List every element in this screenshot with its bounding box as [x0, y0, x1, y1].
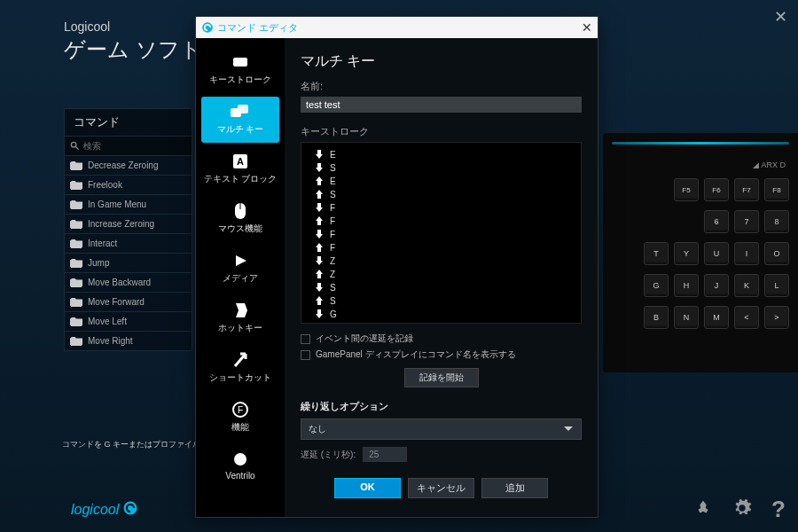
category-keystroke[interactable]: キーストローク	[196, 47, 285, 93]
command-item[interactable]: Move Right	[64, 332, 192, 351]
keystroke-event[interactable]: S	[316, 188, 567, 201]
command-item[interactable]: Freelook	[64, 176, 192, 195]
keyboard-key: <	[734, 306, 759, 329]
keystroke-icon	[231, 54, 249, 70]
folder-icon	[70, 216, 82, 232]
panel-heading: マルチ キー	[301, 52, 582, 71]
folder-icon	[70, 255, 82, 271]
dialog-titlebar[interactable]: コマンド エディタ ✕	[196, 17, 598, 38]
record-delays-checkbox[interactable]: イベント間の遅延を記録	[301, 332, 582, 345]
keyboard-key: K	[734, 274, 759, 297]
delay-input[interactable]	[363, 447, 407, 462]
name-label: 名前:	[301, 80, 582, 93]
keystroke-event[interactable]: G	[316, 308, 567, 321]
keyboard-key: L	[764, 274, 789, 297]
folder-icon	[70, 197, 82, 213]
svg-rect-4	[238, 105, 248, 113]
keystroke-event[interactable]: E	[316, 175, 567, 188]
wolf-icon[interactable]	[693, 498, 713, 521]
svg-text:A: A	[237, 156, 244, 167]
keystroke-event[interactable]: Z	[316, 268, 567, 281]
arrow-down-icon	[316, 230, 323, 240]
add-button[interactable]: 追加	[481, 478, 548, 498]
keystroke-event[interactable]: F	[316, 241, 567, 254]
search-input[interactable]	[83, 141, 186, 151]
dialog-close-icon[interactable]: ✕	[582, 20, 592, 35]
arrow-up-icon	[316, 176, 323, 187]
folder-icon	[70, 275, 82, 291]
arrow-up-icon	[316, 190, 323, 200]
keyboard-key: F5	[674, 178, 699, 201]
cancel-button[interactable]: キャンセル	[408, 478, 474, 498]
category-text[interactable]: Aテキスト ブロック	[196, 146, 285, 192]
repeat-value: なし	[309, 423, 326, 435]
folder-icon	[70, 177, 82, 193]
show-name-checkbox[interactable]: GamePanel ディスプレイにコマンド名を表示する	[301, 348, 582, 361]
folder-icon	[70, 314, 82, 330]
keystroke-event[interactable]: S	[316, 281, 567, 294]
search-icon	[70, 138, 80, 154]
keystroke-event[interactable]: F	[316, 201, 567, 215]
category-sidebar: キーストロークマルチ キーAテキスト ブロックマウス機能メディアホットキーショー…	[196, 38, 285, 517]
command-item[interactable]: Decrease Zeroing	[64, 156, 192, 176]
arrow-up-icon	[316, 243, 323, 254]
checkbox-icon	[301, 334, 310, 344]
keystroke-event[interactable]: Z	[316, 254, 567, 268]
svg-point-0	[71, 142, 76, 147]
category-function[interactable]: F機能	[196, 395, 285, 441]
command-item[interactable]: Interact	[64, 234, 192, 254]
category-media[interactable]: メディア	[196, 246, 285, 292]
arrow-down-icon	[316, 256, 323, 267]
ventrilo-icon	[233, 451, 247, 467]
mouse-icon	[235, 203, 246, 219]
arrow-up-icon	[316, 216, 323, 227]
category-mouse[interactable]: マウス機能	[196, 196, 285, 242]
ok-button[interactable]: OK	[334, 478, 401, 498]
arrow-up-icon	[316, 323, 323, 325]
command-item[interactable]: Move Forward	[64, 293, 192, 312]
start-recording-button[interactable]: 記録を開始	[404, 368, 479, 387]
repeat-dropdown[interactable]: なし	[301, 419, 582, 440]
text-icon: A	[233, 153, 247, 169]
keystroke-event[interactable]: S	[316, 161, 567, 175]
command-item[interactable]: In Game Menu	[64, 195, 192, 215]
keystroke-event[interactable]: F	[316, 215, 567, 228]
delay-label: 遅延 (ミリ秒):	[301, 449, 356, 461]
svg-text:F: F	[238, 405, 243, 415]
commands-search[interactable]	[64, 137, 192, 156]
keystroke-recorder[interactable]: ESESFFFFZZSSGG	[301, 142, 582, 324]
category-ventrilo[interactable]: Ventrilo	[196, 444, 285, 488]
shortcut-icon	[233, 352, 247, 368]
help-icon[interactable]: ?	[771, 496, 786, 523]
keyboard-key: H	[674, 274, 699, 297]
keystroke-event[interactable]: S	[316, 294, 567, 308]
keystroke-event[interactable]: E	[316, 148, 567, 161]
folder-icon	[70, 333, 82, 349]
logicool-logo-icon	[122, 500, 138, 520]
arrow-down-icon	[316, 150, 323, 160]
gear-icon[interactable]	[732, 498, 752, 521]
keystroke-event[interactable]: G	[316, 321, 567, 324]
category-hotkey[interactable]: ホットキー	[196, 295, 285, 341]
folder-icon	[70, 158, 82, 174]
command-item[interactable]: Increase Zeroing	[64, 215, 192, 234]
window-close-icon[interactable]: ✕	[774, 7, 787, 27]
keyboard-key: 6	[704, 210, 729, 233]
svg-rect-2	[233, 58, 247, 66]
folder-icon	[70, 236, 82, 252]
commands-panel: コマンド Decrease ZeroingFreelookIn Game Men…	[64, 108, 192, 351]
command-item[interactable]: Move Backward	[64, 273, 192, 293]
category-shortcut[interactable]: ショートカット	[196, 345, 285, 391]
keystroke-event[interactable]: F	[316, 228, 567, 241]
category-multikey[interactable]: マルチ キー	[201, 97, 279, 143]
keyboard-preview: ◢ ARX D F5F6F7F8678TYUIOGHJKLBNM<>	[603, 133, 798, 372]
keyboard-key: G	[644, 274, 669, 297]
keyboard-key: I	[734, 242, 759, 265]
repeat-section-label: 繰り返しオプション	[301, 400, 582, 413]
command-item[interactable]: Move Left	[64, 312, 192, 332]
command-item[interactable]: Jump	[64, 254, 192, 273]
brand-footer: logicool	[71, 500, 138, 520]
arrow-down-icon	[316, 283, 323, 293]
name-input[interactable]	[301, 97, 582, 113]
arrow-down-icon	[316, 163, 323, 174]
